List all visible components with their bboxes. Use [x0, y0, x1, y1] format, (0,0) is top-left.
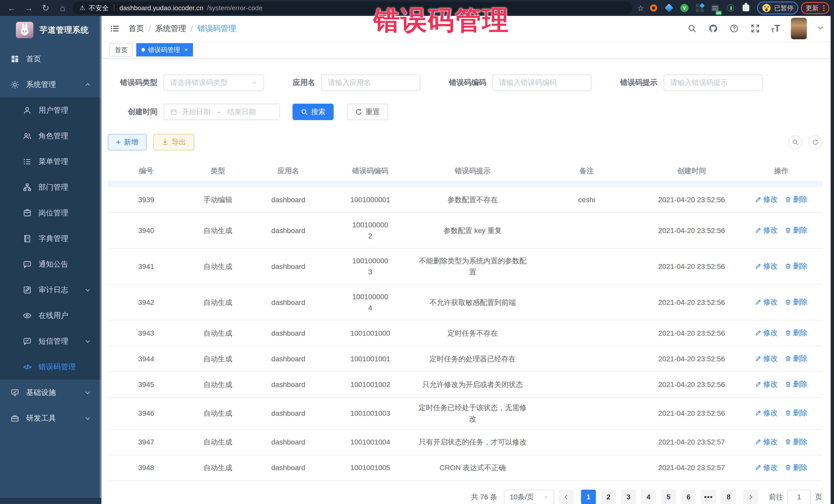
next-page-button[interactable] [743, 490, 758, 504]
delete-link[interactable]: 删除 [785, 436, 807, 447]
delete-link[interactable]: 删除 [785, 327, 807, 338]
extension-icon[interactable] [696, 4, 704, 12]
edit-link[interactable]: 修改 [755, 261, 777, 271]
delete-link[interactable]: 删除 [785, 353, 807, 364]
edit-link[interactable]: 修改 [755, 436, 777, 447]
fullscreen-icon[interactable] [750, 23, 760, 34]
sidebar-item-badge[interactable]: 岗位管理 [0, 200, 101, 226]
breadcrumb-system[interactable]: 系统管理 [155, 23, 186, 34]
browser-update-button[interactable]: 更新 [801, 2, 829, 14]
delete-link[interactable]: 删除 [785, 261, 807, 271]
edit-link[interactable]: 修改 [755, 378, 777, 390]
search-icon[interactable] [687, 23, 697, 34]
browser-menu-icon[interactable] [823, 5, 825, 11]
page-button-6[interactable]: 6 [681, 490, 696, 504]
home-icon[interactable]: ⌂ [56, 3, 70, 13]
extension-icon[interactable]: V [680, 4, 689, 12]
tab-error-code[interactable]: 错误码管理× [136, 43, 193, 57]
edit-link[interactable]: 修改 [755, 194, 777, 205]
toggle-search-button[interactable] [788, 135, 802, 149]
page-button-1[interactable]: 1 [581, 490, 596, 504]
app-name-field[interactable] [321, 74, 420, 91]
app-logo-row[interactable]: 芋道管理系统 [0, 16, 101, 44]
sidebar-item-infra[interactable]: 基础设施 [0, 380, 101, 406]
browser-profile-chip[interactable]: 已暂停 [757, 2, 798, 14]
breadcrumb-home[interactable]: 首页 [129, 23, 144, 34]
sidebar-item-code[interactable]: </>错误码管理 [0, 354, 101, 380]
prev-page-button[interactable] [559, 490, 574, 504]
error-type-select[interactable]: 请选择错误码类型 [163, 74, 264, 91]
edit-link[interactable]: 修改 [755, 224, 777, 236]
users-icon [22, 131, 32, 141]
address-bar[interactable]: ⚠ 不安全 dashboard.yudao.iocoder.cn/system/… [72, 2, 632, 14]
user-avatar[interactable] [791, 18, 807, 39]
docs-help-icon[interactable] [729, 23, 739, 34]
page-button-3[interactable]: 3 [621, 490, 636, 504]
collapse-menu-icon[interactable] [109, 23, 120, 34]
sidebar-item-tree[interactable]: 部门管理 [0, 175, 101, 200]
page-button-2[interactable]: 2 [601, 490, 616, 504]
error-hint-input[interactable] [670, 79, 756, 87]
error-code-input[interactable] [499, 79, 585, 87]
page-button-8[interactable]: 8 [721, 490, 736, 504]
github-icon[interactable] [708, 23, 718, 34]
delete-icon [785, 464, 791, 470]
bookmark-star-icon[interactable]: ☆ [637, 4, 644, 13]
reset-button[interactable]: 重置 [347, 104, 388, 120]
edit-link[interactable]: 修改 [755, 407, 777, 418]
sidebar-item-notice[interactable]: 通知公告 [0, 251, 101, 277]
delete-link[interactable]: 删除 [785, 462, 807, 473]
sidebar-item-menu[interactable]: 菜单管理 [0, 149, 101, 175]
delete-link[interactable]: 删除 [785, 297, 807, 307]
window-scrollbar[interactable] [831, 16, 834, 504]
extension-icon[interactable] [665, 4, 673, 12]
refresh-table-button[interactable] [808, 135, 822, 149]
close-tab-icon[interactable]: × [184, 46, 188, 53]
page-button-4[interactable]: 4 [641, 490, 656, 504]
delete-link[interactable]: 删除 [785, 194, 807, 205]
extension-icon[interactable] [726, 4, 735, 12]
create-time-range-picker[interactable]: 开始日期 - 结束日期 [164, 104, 280, 120]
add-button[interactable]: +新增 [108, 134, 147, 150]
delete-link[interactable]: 删除 [785, 378, 807, 390]
edit-link[interactable]: 修改 [755, 297, 777, 307]
sidebar-item-users[interactable]: 角色管理 [0, 123, 101, 149]
sidebar-item-audit[interactable]: 审计日志 [0, 277, 101, 303]
export-button[interactable]: 导出 [153, 134, 194, 150]
extension-icon[interactable] [742, 4, 750, 12]
edit-link[interactable]: 修改 [755, 353, 777, 364]
font-size-icon[interactable]: TT [771, 23, 780, 34]
col-id: 编号 [108, 161, 184, 181]
cell-msg: 参数配置不存在 [415, 190, 530, 210]
error-code-field[interactable] [492, 74, 592, 91]
page-button-5[interactable]: 5 [661, 490, 676, 504]
edit-link[interactable]: 修改 [755, 327, 777, 338]
page-size-select[interactable]: 10条/页 [504, 490, 554, 504]
sidebar-item-gear[interactable]: 系统管理 [0, 72, 101, 97]
cell-type: 自动生成 [184, 403, 251, 423]
delete-link[interactable]: 删除 [785, 224, 807, 236]
reload-icon[interactable]: ↻ [39, 3, 53, 13]
cell-msg: 定时任务的处理器已经存在 [415, 349, 530, 369]
tab-home[interactable]: 首页 [110, 43, 133, 57]
app-name-input[interactable] [328, 79, 414, 87]
goto-page-input[interactable] [787, 490, 811, 504]
delete-link[interactable]: 删除 [785, 407, 807, 418]
extension-icon[interactable] [649, 4, 658, 12]
error-hint-field[interactable] [664, 74, 763, 91]
sidebar-item-user[interactable]: 用户管理 [0, 97, 101, 123]
sidebar-item-home[interactable]: 首页 [0, 46, 101, 72]
cell-memo [530, 463, 643, 473]
edit-link[interactable]: 修改 [755, 462, 777, 473]
sidebar-item-online[interactable]: 在线用户 [0, 303, 101, 328]
sidebar-item-dict[interactable]: 字典管理 [0, 226, 101, 251]
more-pages-button[interactable]: ••• [701, 490, 716, 504]
sidebar-scrollbar[interactable] [100, 16, 101, 504]
back-icon[interactable]: ← [5, 3, 19, 13]
extension-icon[interactable]: on [711, 4, 720, 12]
sidebar-item-sms[interactable]: 短信管理 [0, 328, 101, 354]
search-button[interactable]: 搜索 [292, 104, 334, 120]
caret-down-icon[interactable] [817, 26, 823, 31]
sidebar-item-tools[interactable]: 研发工具 [0, 406, 101, 431]
forward-icon[interactable]: → [22, 3, 36, 13]
